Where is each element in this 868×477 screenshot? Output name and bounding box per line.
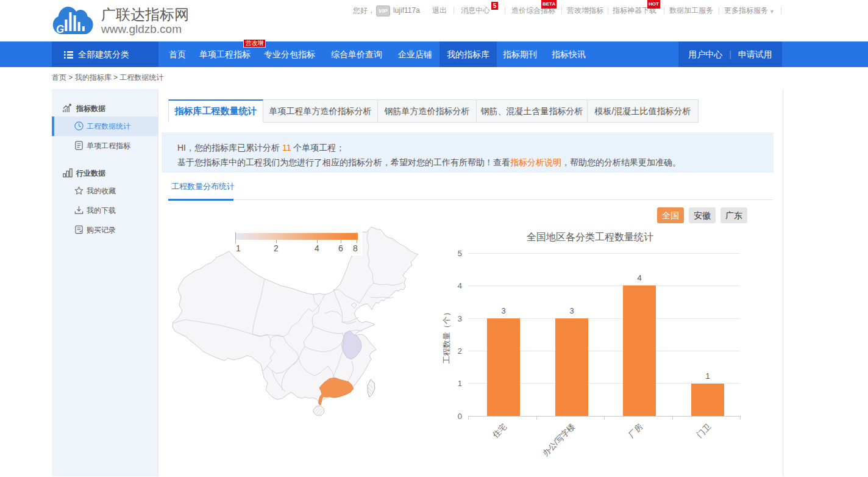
svg-text:厂房: 厂房 <box>627 422 644 440</box>
svg-text:2: 2 <box>274 243 279 253</box>
svg-text:www.gldzb.com: www.gldzb.com <box>101 23 182 35</box>
svg-text:2: 2 <box>458 346 462 356</box>
svg-text:4: 4 <box>315 243 319 253</box>
svg-text:1: 1 <box>458 379 462 388</box>
svg-text:0: 0 <box>458 412 462 421</box>
svg-text:工程数量（个）: 工程数量（个） <box>442 309 451 364</box>
svg-text:办公/写字楼: 办公/写字楼 <box>541 422 577 458</box>
svg-text:4: 4 <box>458 281 462 290</box>
svg-text:3: 3 <box>501 306 505 315</box>
svg-text:3: 3 <box>569 306 574 315</box>
svg-text:1: 1 <box>705 371 710 381</box>
svg-text:门卫: 门卫 <box>695 422 713 440</box>
svg-text:1: 1 <box>236 243 241 253</box>
svg-text:5: 5 <box>458 249 462 258</box>
svg-text:4: 4 <box>637 273 641 282</box>
svg-text:6: 6 <box>338 243 343 253</box>
svg-text:3: 3 <box>458 314 462 323</box>
svg-text:全国地区各分类工程数量统计: 全国地区各分类工程数量统计 <box>527 232 653 242</box>
svg-text:住宅: 住宅 <box>490 422 508 440</box>
svg-text:G: G <box>56 23 64 35</box>
svg-text:8: 8 <box>353 243 358 253</box>
